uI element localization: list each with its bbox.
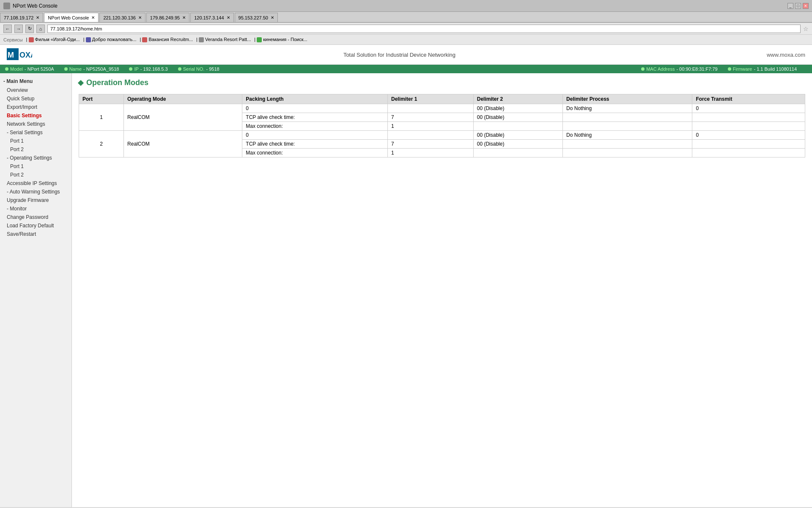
port2-packing-tcp: TCP alive check time: xyxy=(242,140,388,149)
bookmarks-bar: Сервисы | Фильм «Изгой-Оди... | Добро по… xyxy=(0,35,812,45)
sidebar-item-basic-settings[interactable]: Basic Settings xyxy=(0,111,71,120)
home-button[interactable]: ⌂ xyxy=(36,25,45,33)
main-content: Operation Modes Port Operating Mode Pack… xyxy=(72,73,812,507)
bookmark-3[interactable]: | Вакансия Recruitm... xyxy=(140,37,193,42)
sidebar-item-overview[interactable]: Overview xyxy=(0,86,71,94)
ip-value: - 192.168.5.3 xyxy=(140,66,168,72)
svg-text:OXA: OXA xyxy=(19,51,32,59)
sidebar-item-serial-settings[interactable]: - Serial Settings xyxy=(0,128,71,137)
port2-number: 2 xyxy=(79,131,124,157)
forward-button[interactable]: → xyxy=(14,25,23,33)
col-operating-mode: Operating Mode xyxy=(124,94,242,104)
tab-4[interactable]: 179.86.249.95 ✕ xyxy=(146,13,189,22)
back-button[interactable]: ← xyxy=(3,25,12,33)
tab-6[interactable]: 95.153.227.50 ✕ xyxy=(235,13,278,22)
port2-delim1-max: 1 xyxy=(388,149,474,157)
port1-packing-max: Max connection: xyxy=(242,122,388,131)
port2-force-tcp xyxy=(692,140,805,149)
main-menu-header: - Main Menu xyxy=(0,77,71,86)
col-delimiter1: Delimiter 1 xyxy=(388,94,474,104)
name-value: - NP5250A_9518 xyxy=(83,66,119,72)
page-title: Operation Modes xyxy=(86,78,148,87)
port2-delim2-max xyxy=(473,149,562,157)
port1-delim1-main xyxy=(388,104,474,113)
tab-6-close[interactable]: ✕ xyxy=(271,15,274,20)
sidebar-item-operating-port2[interactable]: Port 2 xyxy=(0,171,71,179)
port2-delimproc-tcp xyxy=(563,140,692,149)
port1-delimproc-max xyxy=(563,122,692,131)
sidebar: - Main Menu Overview Quick Setup Export/… xyxy=(0,73,72,507)
address-bar: ← → ↻ ⌂ ☆ xyxy=(0,23,812,35)
name-label: Name xyxy=(69,66,82,72)
sidebar-item-operating-port1[interactable]: Port 1 xyxy=(0,162,71,171)
tab-3[interactable]: 221.120.30.136 ✕ xyxy=(99,13,145,22)
port2-delim1-tcp: 7 xyxy=(388,140,474,149)
port1-number: 1 xyxy=(79,104,124,131)
sidebar-item-load-factory[interactable]: Load Factory Default xyxy=(0,221,71,230)
tab-2[interactable]: NPort Web Console ✕ xyxy=(44,13,99,22)
mac-value: - 00:90:E8:31:F7:79 xyxy=(676,66,717,72)
sidebar-item-upgrade-firmware[interactable]: Upgrade Firmware xyxy=(0,196,71,204)
tab-3-close[interactable]: ✕ xyxy=(138,15,142,20)
tab-2-label: NPort Web Console xyxy=(48,15,89,20)
sidebar-item-operating-settings[interactable]: - Operating Settings xyxy=(0,154,71,162)
bookmark-5[interactable]: | кинемания - Поиск... xyxy=(254,37,307,42)
info-bar: Model - NPort 5250A Name - NP5250A_9518 … xyxy=(0,65,812,73)
bookmarks-label: Сервисы xyxy=(3,37,23,42)
close-button[interactable]: ✕ xyxy=(803,3,809,9)
sidebar-item-serial-port1[interactable]: Port 1 xyxy=(0,137,71,145)
tab-2-close[interactable]: ✕ xyxy=(91,15,95,20)
port2-force-main: 0 xyxy=(692,131,805,140)
minimize-button[interactable]: _ xyxy=(787,3,793,9)
sidebar-item-network-settings[interactable]: Network Settings xyxy=(0,120,71,128)
tab-1[interactable]: 77.108.19.172 ✕ xyxy=(0,13,43,22)
tab-4-close[interactable]: ✕ xyxy=(182,15,186,20)
tab-1-close[interactable]: ✕ xyxy=(36,15,39,20)
bookmark-4[interactable]: | Veranda Resort Patt... xyxy=(196,37,251,42)
ip-label: IP xyxy=(134,66,138,72)
sidebar-item-save-restart[interactable]: Save/Restart xyxy=(0,230,71,238)
reload-button[interactable]: ↻ xyxy=(25,25,34,33)
port1-force-tcp xyxy=(692,113,805,122)
url-input[interactable] xyxy=(47,25,801,33)
window-controls[interactable]: _ □ ✕ xyxy=(787,3,809,9)
bookmark-1[interactable]: | Фильм «Изгой-Оди... xyxy=(26,37,80,42)
port1-delimproc-tcp xyxy=(563,113,692,122)
restore-button[interactable]: □ xyxy=(795,3,801,9)
port2-packing-max: Max connection: xyxy=(242,149,388,157)
port1-delim1-max: 1 xyxy=(388,122,474,131)
bookmark-star[interactable]: ☆ xyxy=(803,25,809,32)
tab-5-close[interactable]: ✕ xyxy=(227,15,230,20)
serial-value: - 9518 xyxy=(206,66,219,72)
sidebar-item-export-import[interactable]: Export/Import xyxy=(0,103,71,111)
model-label: Model xyxy=(10,66,23,72)
bookmark-icon-4 xyxy=(199,37,204,42)
info-firmware: Firmware - 1.1 Build 11080114 xyxy=(728,66,797,72)
title-bar: NPort Web Console _ □ ✕ xyxy=(0,0,812,12)
svg-text:M: M xyxy=(8,51,14,59)
sidebar-item-serial-port2[interactable]: Port 2 xyxy=(0,145,71,154)
port2-delim2-main: 00 (Disable) xyxy=(473,131,562,140)
sidebar-item-change-password[interactable]: Change Password xyxy=(0,213,71,221)
port1-force-main: 0 xyxy=(692,104,805,113)
firmware-label: Firmware xyxy=(733,66,752,72)
moxa-logo-svg: M OXA xyxy=(7,48,32,61)
bookmark-2[interactable]: | Добро пожаловать... xyxy=(83,37,137,42)
page-title-area: Operation Modes xyxy=(79,78,805,87)
info-mac: MAC Address - 00:90:E8:31:F7:79 xyxy=(641,66,717,72)
sidebar-item-accessible-ip[interactable]: Accessible IP Settings xyxy=(0,179,71,188)
bookmark-icon-1 xyxy=(29,37,34,42)
tab-5-label: 120.157.3.144 xyxy=(194,15,224,20)
header-website: www.moxa.com xyxy=(767,52,805,58)
port2-force-max xyxy=(692,149,805,157)
sidebar-item-auto-warning[interactable]: - Auto Warning Settings xyxy=(0,188,71,196)
operation-modes-table: Port Operating Mode Packing Length Delim… xyxy=(79,94,805,157)
table-row-port1-main: 1 RealCOM 0 00 (Disable) Do Nothing 0 xyxy=(79,104,805,113)
col-delimiter-process: Delimiter Process xyxy=(563,94,692,104)
port1-delim2-main: 00 (Disable) xyxy=(473,104,562,113)
sidebar-item-quick-setup[interactable]: Quick Setup xyxy=(0,94,71,103)
sidebar-item-monitor[interactable]: - Monitor xyxy=(0,204,71,213)
tab-3-label: 221.120.30.136 xyxy=(103,15,135,20)
tab-5[interactable]: 120.157.3.144 ✕ xyxy=(190,13,233,22)
info-model: Model - NPort 5250A xyxy=(5,66,54,72)
